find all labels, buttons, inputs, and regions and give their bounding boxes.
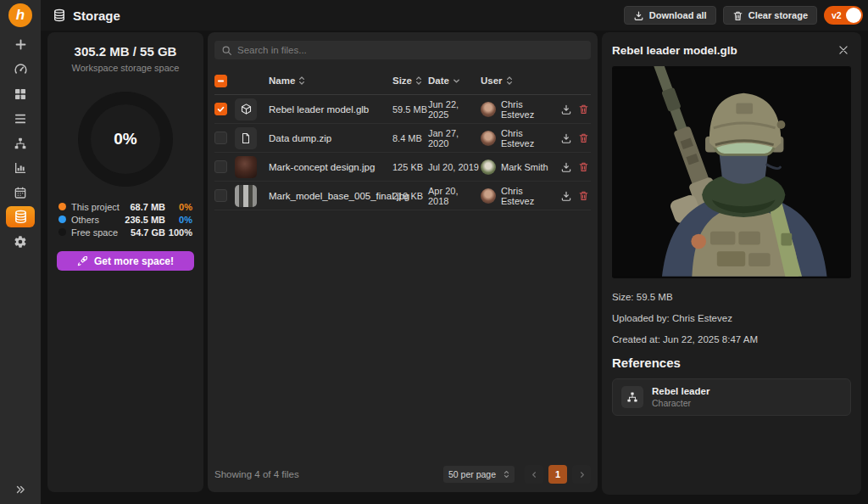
avatar — [481, 102, 496, 117]
version-toggle[interactable]: v2 — [824, 6, 863, 25]
bar-chart-icon — [14, 161, 27, 175]
toggle-knob — [846, 8, 861, 23]
delete-file-button[interactable] — [576, 190, 591, 201]
expand-sidebar-button[interactable] — [0, 480, 41, 499]
get-more-space-button[interactable]: Get more space! — [57, 251, 194, 271]
sidebar-item-calendar[interactable] — [6, 182, 35, 203]
delete-file-button[interactable] — [576, 132, 591, 143]
table-row[interactable]: Mark_model_base_005_final.jpg 219 KB Apr… — [214, 182, 591, 210]
sort-icon — [415, 76, 422, 86]
reference-card[interactable]: Rebel leader Character — [612, 378, 851, 416]
download-file-button[interactable] — [557, 161, 576, 173]
legend-value: 236.5 MB — [125, 215, 165, 225]
table-row[interactable]: Mark-concept design.jpg 125 KB Jul 20, 2… — [214, 153, 591, 182]
top-bar: Storage Download all Clear storage v2 — [41, 0, 868, 31]
sidebar-item-storage[interactable] — [6, 206, 35, 227]
trash-icon — [578, 132, 589, 143]
table-row[interactable]: Data dump.zip 8.4 MB Jan 27, 2020 Chris … — [214, 124, 591, 153]
check-icon — [217, 105, 225, 113]
row-checkbox[interactable] — [214, 160, 227, 173]
download-icon — [560, 161, 572, 173]
search-input[interactable] — [237, 45, 584, 55]
row-checkbox[interactable] — [214, 189, 227, 202]
grid-icon — [14, 87, 27, 101]
column-header-user[interactable]: User — [481, 76, 557, 86]
clear-storage-button[interactable]: Clear storage — [723, 6, 817, 25]
meta-uploaded-by: Uploaded by: Chris Estevez — [612, 313, 851, 323]
column-header-size[interactable]: Size — [392, 76, 428, 86]
sidebar-item-lists[interactable] — [6, 108, 35, 129]
storage-usage-subtitle: Workspace storage space — [47, 63, 203, 73]
files-table-header: Name Size Date User — [214, 67, 591, 95]
gauge-icon — [14, 62, 28, 76]
sidebar-item-dashboard[interactable] — [6, 59, 35, 80]
download-file-button[interactable] — [557, 104, 576, 115]
sidebar-item-analytics[interactable] — [6, 157, 35, 178]
top-actions: Download all Clear storage v2 — [624, 6, 863, 25]
download-file-button[interactable] — [557, 190, 576, 202]
clear-storage-label: Clear storage — [748, 10, 808, 20]
download-file-button[interactable] — [557, 132, 576, 144]
app-window: h — [0, 0, 868, 504]
pagination: 1 — [525, 465, 591, 484]
results-count: Showing 4 of 4 files — [214, 469, 443, 479]
list-icon — [14, 112, 27, 126]
chevron-right-icon — [577, 470, 587, 479]
app-logo-letter: h — [16, 7, 25, 24]
legend-label: This project — [71, 202, 130, 212]
download-all-label: Download all — [649, 10, 707, 20]
close-details-button[interactable] — [836, 42, 851, 58]
storage-summary-panel: 305.2 MB / 55 GB Workspace storage space… — [47, 32, 203, 492]
sidebar-item-hierarchy[interactable] — [6, 132, 35, 154]
per-page-value: 50 per page — [448, 469, 496, 479]
sidebar-nav — [6, 34, 35, 252]
sort-icon — [506, 76, 513, 86]
sidebar-item-add[interactable] — [6, 34, 35, 55]
file-user: Chris Estevez — [481, 99, 557, 120]
sidebar-item-projects[interactable] — [6, 83, 35, 104]
download-icon — [633, 10, 644, 21]
model-preview[interactable] — [612, 66, 851, 278]
minus-icon — [217, 77, 225, 85]
legend-label: Free space — [71, 227, 131, 238]
legend-value: 54.7 GB — [131, 227, 165, 238]
close-icon — [837, 44, 849, 56]
plus-icon — [14, 37, 28, 52]
file-thumbnail — [235, 156, 257, 178]
soldier-model-render — [612, 66, 851, 278]
legend-dot — [58, 228, 66, 236]
column-header-date[interactable]: Date — [428, 76, 481, 86]
get-more-space-label: Get more space! — [94, 255, 174, 267]
file-size: 125 KB — [392, 162, 428, 172]
file-thumbnail — [235, 185, 257, 207]
delete-file-button[interactable] — [576, 161, 591, 172]
column-header-name[interactable]: Name — [269, 76, 392, 86]
file-user: Chris Estevez — [481, 186, 557, 206]
file-user: Mark Smith — [481, 160, 557, 175]
trash-icon — [578, 104, 589, 115]
references-title: References — [612, 356, 851, 370]
storage-usage-title: 305.2 MB / 55 GB — [47, 44, 203, 59]
reference-name: Rebel leader — [652, 386, 709, 396]
storage-legend: This project 68.7 MB 0% Others 236.5 MB … — [58, 200, 192, 238]
sidebar-item-settings[interactable] — [6, 231, 35, 252]
app-logo[interactable]: h — [8, 3, 32, 27]
database-icon — [14, 210, 28, 224]
download-all-button[interactable]: Download all — [624, 6, 716, 25]
select-arrows-icon — [504, 470, 509, 479]
prev-page-button[interactable] — [525, 465, 543, 484]
next-page-button[interactable] — [572, 465, 591, 484]
page-number-button[interactable]: 1 — [548, 465, 567, 484]
file-size: 8.4 MB — [392, 133, 428, 143]
select-all-checkbox[interactable] — [214, 75, 227, 87]
row-checkbox[interactable] — [214, 132, 227, 144]
file-name: Data dump.zip — [269, 133, 392, 143]
table-row[interactable]: Rebel leader model.glb 59.5 MB Jun 22, 2… — [214, 95, 591, 124]
per-page-select[interactable]: 50 per page — [443, 466, 515, 483]
delete-file-button[interactable] — [576, 104, 591, 115]
download-icon — [560, 190, 572, 202]
file-date: Jun 22, 2025 — [428, 99, 481, 120]
row-checkbox[interactable] — [214, 103, 227, 115]
file-metadata: Size: 59.5 MB Uploaded by: Chris Estevez… — [612, 292, 851, 344]
sidebar: h — [0, 0, 41, 504]
